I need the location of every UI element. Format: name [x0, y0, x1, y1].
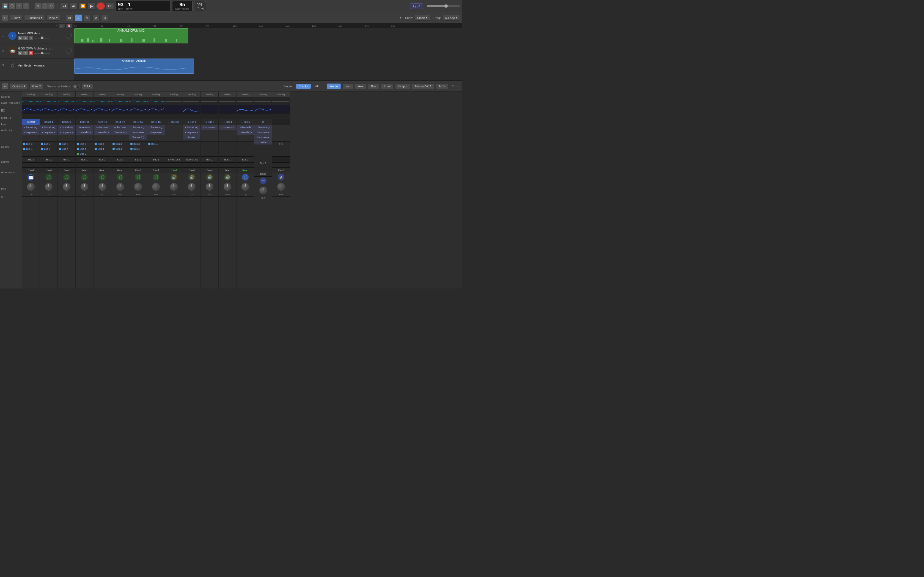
ch7-pan-knob[interactable]	[152, 183, 160, 191]
tempo-display[interactable]: 95 KEEP TEMPO	[172, 1, 192, 11]
sends-toggle[interactable]	[73, 84, 80, 89]
ch9-automation[interactable]: Read	[183, 168, 200, 173]
ch2-pan-knob[interactable]	[63, 183, 70, 191]
ch0-send-2[interactable]: Bus 4	[22, 147, 40, 152]
ch9-output[interactable]: Stereo Out	[183, 156, 200, 163]
ch5-pan-knob[interactable]	[116, 183, 124, 191]
functions-menu[interactable]: Functions ▾	[24, 15, 45, 21]
ch3-fx-1[interactable]: Noise Gate	[76, 125, 93, 130]
ch5-send-2[interactable]: Bus 4	[111, 147, 129, 152]
ch11-automation[interactable]: Read	[219, 168, 236, 173]
ch2-fx-1[interactable]: Channel EQ	[58, 125, 75, 130]
track-2-icon[interactable]: 🥁	[8, 47, 16, 55]
ch7-icon[interactable]: 🎵	[153, 174, 159, 181]
filter-aux[interactable]: Aux	[355, 84, 366, 89]
ch1-icon[interactable]: 🎵	[45, 174, 52, 181]
edit-tool-btn[interactable]: ✎	[84, 15, 91, 21]
ch0-icon[interactable]: 🎹	[27, 174, 34, 181]
ch2-send-2[interactable]: Bus 4	[58, 147, 75, 152]
ch7-fx-2[interactable]: Compressor	[147, 130, 165, 135]
ch6-pan-knob[interactable]	[134, 183, 142, 191]
ch13-icon[interactable]: 〰	[260, 177, 267, 184]
info-icon[interactable]: ⓘ	[9, 3, 15, 9]
loop-tool-btn[interactable]: ⌀	[92, 15, 100, 21]
ch3-pan-knob[interactable]	[81, 183, 88, 191]
ch5-output[interactable]: Bus 1	[111, 156, 129, 163]
ch14-eq[interactable]	[272, 105, 290, 113]
ch6-send-2[interactable]: Bus 4	[129, 147, 147, 152]
ch8-icon[interactable]: 🔊	[171, 174, 177, 181]
ch10-output[interactable]: Bus 1	[201, 156, 218, 163]
ch7-input[interactable]: Ko15-16	[147, 119, 165, 125]
ch6-fx-2[interactable]: Compressor	[129, 130, 147, 135]
ch4-fx-1[interactable]: Noise Gate	[94, 125, 111, 130]
ch0-input[interactable]: Kontakt	[22, 119, 40, 125]
ch12-input[interactable]: ⇒Bus 5	[236, 119, 254, 125]
ch4-output[interactable]: Bus 1	[94, 156, 111, 163]
ch3-automation[interactable]: Read	[76, 168, 93, 173]
snap-menu[interactable]: Smart ▾	[415, 15, 430, 21]
filter-output[interactable]: Output	[395, 84, 410, 89]
track-2-mute[interactable]: M	[18, 51, 23, 55]
ch4-send-1[interactable]: Bus 3	[94, 142, 111, 147]
ch4-send-2[interactable]: Bus 4	[94, 147, 111, 152]
ch13-pan-knob[interactable]	[259, 187, 267, 194]
ch9-fx-1[interactable]: Channel EQ	[183, 125, 200, 130]
track-1-icon[interactable]: ♪	[8, 32, 16, 40]
ch13-fx-1[interactable]: Channel EQ	[254, 125, 272, 130]
ch4-automation[interactable]: Read	[94, 168, 111, 173]
ch6-input[interactable]: Ko13-14	[129, 119, 147, 125]
ch1-input[interactable]: Kont3-4	[40, 119, 58, 125]
ch7-output[interactable]: Bus 1	[147, 156, 165, 163]
ch1-pan-knob[interactable]	[45, 183, 53, 191]
ch9-fx-2[interactable]: Compressor	[183, 130, 200, 135]
track-2-solo[interactable]: S	[23, 51, 28, 55]
track-2-knob[interactable]	[66, 48, 72, 54]
ch7-fx-1[interactable]: Channel EQ	[147, 125, 165, 130]
ch11-fx-1[interactable]: Compressor	[219, 125, 236, 130]
tab-single[interactable]: Single	[281, 84, 295, 89]
ch5-icon[interactable]: 🎵	[117, 174, 123, 181]
ch14-automation[interactable]: Read	[272, 168, 290, 173]
ch12-eq[interactable]	[236, 105, 254, 113]
ch1-eq[interactable]	[40, 105, 58, 113]
ch0-fx-2[interactable]: Compressor	[22, 130, 40, 135]
ch6-eq[interactable]	[129, 105, 147, 113]
ch3-icon[interactable]: 🎵	[81, 174, 88, 181]
ch12-icon[interactable]: 🎵	[242, 174, 249, 181]
mixer-view-menu[interactable]: View ▾	[29, 83, 44, 89]
options-menu[interactable]: Options ▾	[10, 83, 28, 89]
ch2-send-1[interactable]: Bus 3	[58, 142, 75, 147]
ch12-pan-knob[interactable]	[241, 183, 249, 191]
ch5-setting[interactable]: Setting	[111, 92, 129, 98]
ch12-fx-1[interactable]: SilverVerb	[236, 125, 254, 130]
ch7-setting[interactable]: Setting	[147, 92, 165, 98]
back-icon[interactable]: ↩	[2, 15, 8, 21]
ch2-automation[interactable]: Read	[58, 168, 75, 173]
rewind-button[interactable]: ⏮	[60, 2, 68, 10]
ch9-fx-3[interactable]: Limiter	[183, 135, 200, 140]
sends-value[interactable]: Off ▾	[81, 83, 93, 89]
track-2-volume[interactable]	[34, 53, 50, 53]
ch9-icon[interactable]: 🔊	[188, 174, 195, 181]
ch11-pan-knob[interactable]	[224, 183, 231, 191]
ch10-automation[interactable]: Read	[201, 168, 218, 173]
ch0-setting[interactable]: Setting	[22, 92, 40, 98]
ch10-fx-1[interactable]: ChromaVerb	[201, 125, 218, 130]
metronome-display[interactable]: 1234	[410, 3, 423, 9]
ch13-input[interactable]: ⊘	[254, 119, 272, 125]
filter-input[interactable]: Input	[381, 84, 394, 89]
ch2-output[interactable]: Bus 1	[58, 156, 75, 163]
list-view-btn[interactable]: ≡	[75, 15, 82, 21]
tab-tracks[interactable]: Tracks	[296, 84, 311, 89]
ch5-automation[interactable]: Read	[111, 168, 129, 173]
ch12-fx-2[interactable]: Channel EQ	[236, 130, 254, 135]
tab-all[interactable]: All	[312, 84, 321, 89]
ch3-send-3[interactable]: Bus 5	[76, 152, 93, 156]
ch11-icon[interactable]: 🔊	[224, 174, 231, 181]
ch10-pan-knob[interactable]	[206, 183, 213, 191]
ch1-automation[interactable]: Read	[40, 168, 58, 173]
ch5-input[interactable]: Ko11-12	[111, 119, 129, 125]
ch0-pan-knob[interactable]	[27, 183, 35, 191]
ch0-output[interactable]: Bus 1	[22, 156, 40, 163]
